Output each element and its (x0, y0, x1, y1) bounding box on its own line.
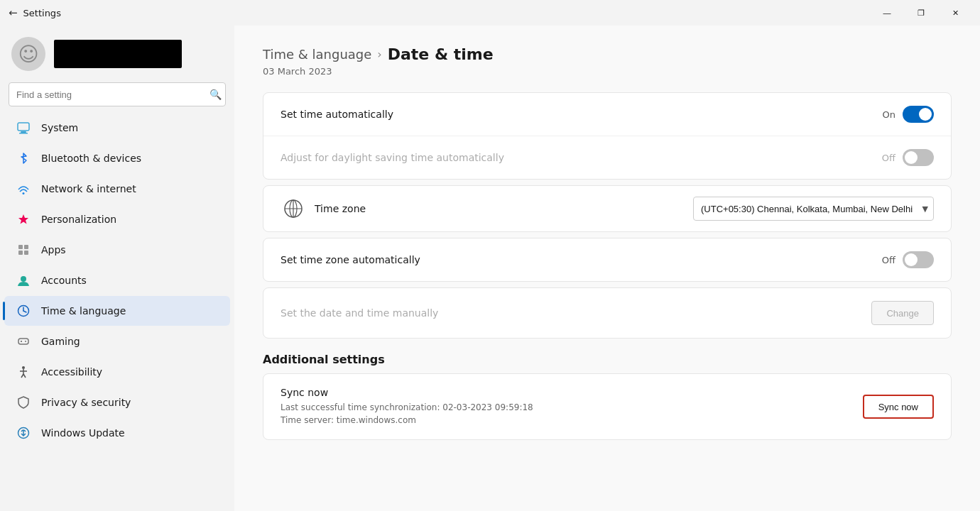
set-time-auto-label: Set time automatically (281, 109, 393, 120)
back-icon[interactable]: ← (9, 6, 18, 19)
sync-card: Sync now Last successful time synchroniz… (263, 373, 952, 440)
timezone-card: Time zone (UTC+05:30) Chennai, Kolkata, … (263, 185, 952, 232)
svg-rect-6 (18, 251, 23, 255)
accessibility-icon (16, 364, 31, 380)
svg-rect-0 (18, 123, 29, 131)
avatar-icon: ☺ (18, 43, 38, 66)
apps-icon (16, 242, 31, 258)
sidebar-item-label-time: Time & language (41, 305, 126, 317)
daylight-label: Adjust for daylight saving time automati… (281, 152, 504, 163)
svg-point-15 (25, 341, 26, 342)
sidebar-item-label-network: Network & internet (41, 183, 136, 194)
breadcrumb-current: Date & time (388, 45, 494, 63)
page-date: 03 March 2023 (263, 66, 952, 77)
daylight-toggle-label: Off (882, 153, 895, 163)
sidebar-item-network[interactable]: Network & internet (4, 174, 230, 204)
time-settings-card: Set time automatically On Adjust for day… (263, 92, 952, 180)
search-icon-button[interactable]: 🔍 (209, 89, 222, 100)
additional-settings-title: Additional settings (263, 353, 952, 366)
svg-rect-7 (24, 251, 28, 255)
sidebar: ☺ 🔍 SystemBluetooth & devicesNetwork & i… (0, 26, 234, 511)
sync-info: Sync now Last successful time synchroniz… (281, 387, 533, 427)
timezone-select[interactable]: (UTC+05:30) Chennai, Kolkata, Mumbai, Ne… (693, 197, 934, 221)
personalization-icon (16, 211, 31, 227)
minimize-button[interactable]: — (871, 0, 903, 26)
sync-last-sync: Last successful time synchronization: 02… (281, 401, 533, 414)
svg-point-8 (21, 276, 26, 282)
main-content: Time & language › Date & time 03 March 2… (234, 26, 980, 511)
update-icon (16, 425, 31, 441)
breadcrumb-parent[interactable]: Time & language (263, 47, 371, 62)
sync-server: Time server: time.windows.com (281, 414, 533, 427)
sidebar-profile: ☺ (0, 26, 234, 79)
daylight-right: Off (882, 149, 934, 166)
maximize-button[interactable]: ❐ (905, 0, 937, 26)
sidebar-item-label-personalization: Personalization (41, 214, 116, 225)
set-time-auto-row: Set time automatically On (263, 93, 951, 136)
manual-datetime-label: Set the date and time manually (281, 307, 438, 319)
sync-now-button[interactable]: Sync now (863, 395, 934, 419)
timezone-label: Time zone (315, 203, 366, 214)
sidebar-item-accessibility[interactable]: Accessibility (4, 357, 230, 387)
breadcrumb: Time & language › Date & time (263, 45, 952, 63)
sidebar-item-label-accessibility: Accessibility (41, 366, 102, 378)
set-timezone-toggle-text: Off (882, 255, 895, 265)
search-icon: 🔍 (209, 89, 222, 100)
close-button[interactable]: ✕ (939, 0, 971, 26)
daylight-toggle[interactable] (903, 149, 934, 166)
timezone-row: Time zone (UTC+05:30) Chennai, Kolkata, … (263, 186, 951, 231)
manual-datetime-row: Set the date and time manually Change (263, 288, 951, 338)
sidebar-item-apps[interactable]: Apps (4, 235, 230, 265)
timezone-left: Time zone (281, 196, 366, 221)
titlebar-title: Settings (23, 8, 61, 18)
svg-line-11 (23, 311, 26, 312)
breadcrumb-separator: › (377, 48, 381, 61)
set-time-toggle[interactable] (903, 106, 934, 123)
set-time-auto-right: On (883, 106, 934, 123)
sidebar-item-label-system: System (41, 122, 78, 133)
set-timezone-auto-right: Off (882, 251, 934, 268)
titlebar-left: ← Settings (9, 6, 61, 19)
set-timezone-auto-card: Set time zone automatically Off (263, 238, 952, 282)
sidebar-item-label-accounts: Accounts (41, 275, 87, 286)
gaming-icon (16, 334, 31, 349)
time-icon (16, 303, 31, 319)
svg-line-19 (21, 374, 23, 378)
set-timezone-auto-label: Set time zone automatically (281, 254, 420, 265)
profile-name-redacted (54, 40, 182, 68)
sidebar-item-personalization[interactable]: Personalization (4, 204, 230, 234)
sidebar-item-bluetooth[interactable]: Bluetooth & devices (4, 143, 230, 173)
timezone-icon (281, 196, 306, 221)
sidebar-item-update[interactable]: Windows Update (4, 418, 230, 448)
sidebar-item-system[interactable]: System (4, 113, 230, 143)
bluetooth-icon (16, 150, 31, 166)
sidebar-item-label-update: Windows Update (41, 427, 125, 439)
sidebar-item-accounts[interactable]: Accounts (4, 265, 230, 295)
avatar: ☺ (11, 37, 45, 71)
sidebar-item-time[interactable]: Time & language (4, 296, 230, 326)
app-body: ☺ 🔍 SystemBluetooth & devicesNetwork & i… (0, 26, 980, 511)
svg-rect-2 (19, 133, 28, 134)
daylight-row: Adjust for daylight saving time automati… (263, 136, 951, 179)
set-time-toggle-label: On (883, 109, 895, 120)
sidebar-item-gaming[interactable]: Gaming (4, 326, 230, 356)
change-datetime-button[interactable]: Change (871, 301, 934, 325)
titlebar: ← Settings — ❐ ✕ (0, 0, 980, 26)
sidebar-item-label-apps: Apps (41, 244, 66, 256)
svg-rect-12 (18, 339, 28, 344)
sidebar-item-privacy[interactable]: Privacy & security (4, 388, 230, 417)
set-timezone-auto-row: Set time zone automatically Off (263, 238, 951, 281)
sidebar-item-label-privacy: Privacy & security (41, 397, 131, 408)
accounts-icon (16, 273, 31, 288)
search-box: 🔍 (9, 82, 226, 106)
svg-rect-5 (24, 245, 28, 249)
privacy-icon (16, 395, 31, 410)
timezone-select-wrapper: (UTC+05:30) Chennai, Kolkata, Mumbai, Ne… (693, 197, 934, 221)
sync-title: Sync now (281, 387, 533, 398)
search-input[interactable] (9, 82, 226, 106)
set-timezone-auto-toggle[interactable] (903, 251, 934, 268)
svg-rect-1 (21, 131, 26, 133)
svg-rect-4 (18, 245, 23, 249)
sidebar-nav: SystemBluetooth & devicesNetwork & inter… (0, 112, 234, 449)
sidebar-item-label-bluetooth: Bluetooth & devices (41, 153, 141, 164)
